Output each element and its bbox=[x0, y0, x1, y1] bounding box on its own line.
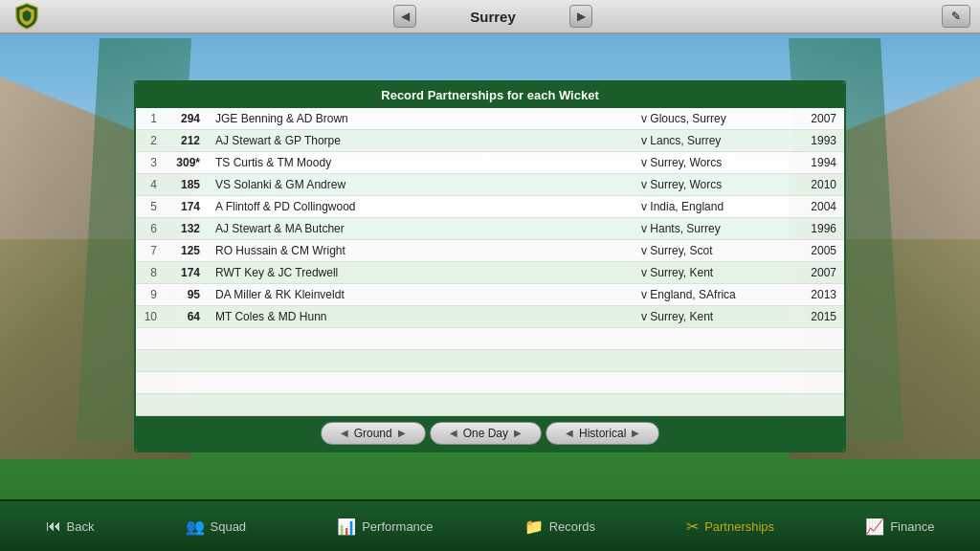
table-row-empty bbox=[136, 327, 844, 349]
nav-records-label: Records bbox=[549, 519, 595, 534]
table-row: 9 95 DA Miller & RK Kleinveldt v England… bbox=[136, 283, 844, 305]
row-versus: v Surrey, Kent bbox=[634, 261, 787, 283]
row-num: 2 bbox=[136, 129, 165, 151]
table-row: 1 294 JGE Benning & AD Brown v Gloucs, S… bbox=[136, 108, 844, 130]
row-year: 1993 bbox=[787, 129, 844, 151]
squad-icon: 👥 bbox=[186, 518, 205, 536]
row-year: 2007 bbox=[787, 108, 844, 130]
performance-icon: 📊 bbox=[337, 518, 356, 536]
row-year: 1994 bbox=[787, 151, 844, 173]
row-year: 2015 bbox=[787, 305, 844, 327]
row-score: 125 bbox=[165, 239, 208, 261]
table-row: 8 174 RWT Key & JC Tredwell v Surrey, Ke… bbox=[136, 261, 844, 283]
row-num: 9 bbox=[136, 283, 165, 305]
row-players: AJ Stewart & MA Butcher bbox=[208, 217, 634, 239]
nav-finance[interactable]: 📈 Finance bbox=[858, 514, 942, 540]
row-score: 185 bbox=[165, 173, 208, 195]
row-players: VS Solanki & GM Andrew bbox=[208, 173, 634, 195]
header-title: Surrey bbox=[435, 9, 550, 25]
row-players: DA Miller & RK Kleinveldt bbox=[208, 283, 634, 305]
row-players: A Flintoff & PD Collingwood bbox=[208, 195, 634, 217]
table-row-empty bbox=[136, 393, 844, 415]
row-players: RO Hussain & CM Wright bbox=[208, 239, 634, 261]
records-icon: 📁 bbox=[524, 518, 544, 536]
row-versus: v India, England bbox=[634, 195, 787, 217]
row-versus: v Gloucs, Surrey bbox=[634, 108, 787, 130]
bottom-nav: ⏮ Back 👥 Squad 📊 Performance 📁 Records ✂… bbox=[0, 499, 980, 551]
row-score: 309* bbox=[165, 151, 208, 173]
nav-performance[interactable]: 📊 Performance bbox=[329, 514, 440, 540]
header-bar: ◀ Surrey ▶ ✎ bbox=[0, 0, 980, 34]
table-row: 7 125 RO Hussain & CM Wright v Surrey, S… bbox=[136, 239, 844, 261]
row-num: 4 bbox=[136, 173, 165, 195]
table-row-empty bbox=[136, 349, 844, 371]
tab-one-day[interactable]: ◀ One Day ▶ bbox=[430, 422, 542, 445]
tab-historical[interactable]: ◀ Historical ▶ bbox=[546, 422, 659, 445]
table-row: 2 212 AJ Stewart & GP Thorpe v Lancs, Su… bbox=[136, 129, 844, 151]
row-versus: v Lancs, Surrey bbox=[634, 129, 787, 151]
next-arrow[interactable]: ▶ bbox=[569, 5, 592, 28]
row-year: 1996 bbox=[787, 217, 844, 239]
row-num: 10 bbox=[136, 305, 165, 327]
table-row: 6 132 AJ Stewart & MA Butcher v Hants, S… bbox=[136, 217, 844, 239]
row-versus: v Surrey, Scot bbox=[634, 239, 787, 261]
finance-icon: 📈 bbox=[865, 518, 884, 536]
row-versus: v England, SAfrica bbox=[634, 283, 787, 305]
edit-button[interactable]: ✎ bbox=[942, 5, 970, 28]
table-heading: Record Partnerships for each Wicket bbox=[136, 82, 844, 108]
row-score: 95 bbox=[165, 283, 208, 305]
nav-performance-label: Performance bbox=[362, 519, 433, 534]
row-num: 5 bbox=[136, 195, 165, 217]
row-versus: v Surrey, Worcs bbox=[634, 173, 787, 195]
row-players: AJ Stewart & GP Thorpe bbox=[208, 129, 634, 151]
shield-icon bbox=[10, 0, 44, 33]
nav-squad[interactable]: 👥 Squad bbox=[178, 514, 255, 540]
row-year: 2005 bbox=[787, 239, 844, 261]
row-year: 2013 bbox=[787, 283, 844, 305]
nav-finance-label: Finance bbox=[890, 519, 934, 534]
row-score: 294 bbox=[165, 108, 208, 130]
row-players: RWT Key & JC Tredwell bbox=[208, 261, 634, 283]
row-year: 2010 bbox=[787, 173, 844, 195]
header-nav: ◀ Surrey ▶ bbox=[44, 5, 942, 28]
row-year: 2007 bbox=[787, 261, 844, 283]
prev-arrow[interactable]: ◀ bbox=[393, 5, 416, 28]
row-score: 174 bbox=[165, 261, 208, 283]
row-players: JGE Benning & AD Brown bbox=[208, 108, 634, 130]
nav-partnerships-label: Partnerships bbox=[704, 519, 774, 534]
main-content: Record Partnerships for each Wicket 1 29… bbox=[134, 38, 846, 494]
nav-back-label: Back bbox=[67, 519, 95, 534]
tab-ground[interactable]: ◀ Ground ▶ bbox=[321, 422, 426, 445]
row-players: MT Coles & MD Hunn bbox=[208, 305, 634, 327]
row-num: 7 bbox=[136, 239, 165, 261]
row-score: 212 bbox=[165, 129, 208, 151]
nav-partnerships[interactable]: ✂ Partnerships bbox=[679, 514, 782, 540]
row-num: 1 bbox=[136, 108, 165, 130]
nav-records[interactable]: 📁 Records bbox=[517, 514, 603, 540]
row-score: 174 bbox=[165, 195, 208, 217]
back-icon: ⏮ bbox=[46, 518, 61, 535]
table-row: 4 185 VS Solanki & GM Andrew v Surrey, W… bbox=[136, 173, 844, 195]
row-year: 2004 bbox=[787, 195, 844, 217]
table-row: 3 309* TS Curtis & TM Moody v Surrey, Wo… bbox=[136, 151, 844, 173]
nav-back[interactable]: ⏮ Back bbox=[38, 514, 102, 539]
table-row-empty bbox=[136, 371, 844, 393]
table-row: 10 64 MT Coles & MD Hunn v Surrey, Kent … bbox=[136, 305, 844, 327]
row-num: 6 bbox=[136, 217, 165, 239]
table-container: Record Partnerships for each Wicket 1 29… bbox=[134, 80, 846, 452]
tab-bar: ◀ Ground ▶ ◀ One Day ▶ ◀ Historical ▶ bbox=[136, 416, 844, 451]
row-score: 64 bbox=[165, 305, 208, 327]
table-row: 5 174 A Flintoff & PD Collingwood v Indi… bbox=[136, 195, 844, 217]
row-versus: v Surrey, Kent bbox=[634, 305, 787, 327]
row-num: 3 bbox=[136, 151, 165, 173]
partnerships-table: 1 294 JGE Benning & AD Brown v Gloucs, S… bbox=[136, 108, 844, 416]
partnerships-icon: ✂ bbox=[686, 518, 699, 536]
row-versus: v Hants, Surrey bbox=[634, 217, 787, 239]
row-score: 132 bbox=[165, 217, 208, 239]
nav-squad-label: Squad bbox=[211, 519, 247, 534]
row-num: 8 bbox=[136, 261, 165, 283]
header-left bbox=[10, 0, 44, 33]
row-versus: v Surrey, Worcs bbox=[634, 151, 787, 173]
row-players: TS Curtis & TM Moody bbox=[208, 151, 634, 173]
